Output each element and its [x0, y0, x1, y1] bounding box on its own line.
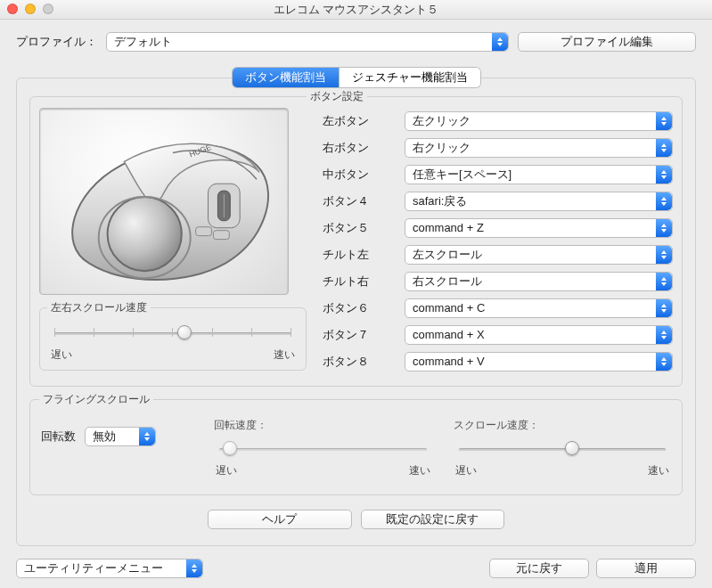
restore-defaults-button[interactable]: 既定の設定に戻す	[361, 510, 505, 529]
slider-knob[interactable]	[565, 441, 579, 455]
assign-row: ボタン５command + Z	[323, 215, 673, 241]
window-controls	[7, 4, 53, 14]
rotation-select[interactable]: 無効	[85, 427, 156, 446]
assign-select[interactable]: command + X	[405, 325, 673, 345]
assign-label: 中ボタン	[323, 167, 394, 183]
assign-value: 任意キー[スペース]	[413, 166, 511, 184]
slider-knob[interactable]	[177, 325, 192, 339]
card-footer-buttons: ヘルプ 既定の設定に戻す	[29, 510, 683, 529]
titlebar: エレコム マウスアシスタント５	[0, 0, 712, 20]
assign-row: ボタン７command + X	[323, 322, 673, 348]
assign-select[interactable]: command + V	[405, 352, 673, 372]
assign-row: 中ボタン任意キー[スペース]	[323, 161, 673, 188]
lr-scroll-slider[interactable]	[54, 324, 291, 342]
assign-label: ボタン６	[323, 300, 394, 316]
assign-select[interactable]: command + C	[405, 298, 673, 318]
assign-row: チルト左左スクロール	[323, 241, 673, 268]
main-panel: ボタン設定	[16, 78, 696, 546]
apply-button[interactable]: 適用	[596, 559, 696, 578]
tab-button-assign-label: ボタン機能割当	[245, 70, 326, 84]
assign-row: ボタン４safari:戻る	[323, 188, 673, 215]
help-label: ヘルプ	[262, 510, 297, 528]
mouse-image: HUGE	[39, 108, 289, 295]
flying-scroll-legend: フライングスクロール	[39, 392, 153, 407]
assign-select[interactable]: 右スクロール	[405, 272, 673, 291]
rotation-speed-slider[interactable]	[219, 440, 427, 458]
svg-rect-4	[213, 231, 229, 240]
updown-icon	[656, 166, 672, 184]
assign-value: 左クリック	[413, 112, 471, 130]
updown-icon	[186, 559, 202, 577]
updown-icon	[656, 299, 672, 317]
assign-label: チルト右	[323, 274, 394, 290]
tick	[251, 328, 252, 337]
updown-icon	[656, 246, 672, 264]
assign-select[interactable]: 左スクロール	[405, 245, 673, 265]
zoom-icon	[43, 4, 53, 14]
updown-icon	[656, 219, 672, 237]
assign-select[interactable]: command + Z	[405, 218, 673, 238]
assign-row: チルト右右スクロール	[323, 268, 673, 295]
rotation-value: 無効	[93, 428, 116, 445]
assign-value: command + X	[413, 326, 485, 344]
apply-label: 適用	[634, 559, 658, 577]
minimize-icon[interactable]	[25, 4, 36, 14]
svg-point-5	[108, 197, 182, 271]
lr-scroll-legend: 左右スクロール速度	[47, 300, 151, 315]
svg-rect-3	[196, 227, 212, 236]
profile-select[interactable]: デフォルト	[106, 32, 509, 52]
scroll-speed-slider[interactable]	[459, 440, 667, 458]
slider-label-fast: 速い	[648, 463, 669, 478]
assign-select[interactable]: 右クリック	[405, 138, 673, 158]
assign-label: チルト左	[323, 247, 394, 263]
updown-icon	[656, 139, 672, 157]
assign-select[interactable]: safari:戻る	[405, 192, 673, 211]
utility-menu-value: ユーティリティーメニュー	[24, 559, 163, 577]
profile-selected-value: デフォルト	[114, 33, 172, 51]
tick	[54, 328, 55, 337]
trackball-icon: HUGE	[40, 109, 288, 294]
button-settings-legend: ボタン設定	[307, 89, 367, 104]
updown-icon	[656, 326, 672, 344]
tick	[94, 328, 94, 337]
assign-label: 左ボタン	[323, 113, 394, 129]
tab-button-assign[interactable]: ボタン機能割当	[233, 68, 339, 87]
window-title: エレコム マウスアシスタント５	[274, 2, 439, 18]
scroll-speed-label: スクロール速度：	[454, 418, 672, 433]
profile-edit-label: プロファイル編集	[561, 33, 653, 51]
assign-row: 右ボタン右クリック	[323, 135, 673, 161]
rotation-label: 回転数	[41, 429, 76, 445]
tab-gesture-assign-label: ジェスチャー機能割当	[352, 70, 468, 84]
assign-select[interactable]: 左クリック	[405, 111, 673, 131]
assign-value: 右クリック	[413, 139, 471, 157]
lr-scroll-speed-group: 左右スクロール速度 遅い 速い	[39, 307, 307, 371]
profile-edit-button[interactable]: プロファイル編集	[518, 32, 696, 52]
rotation-speed-label: 回転速度：	[214, 418, 432, 433]
assign-value: 右スクロール	[413, 273, 482, 290]
rotation-speed-block: 回転速度： 遅い 速い	[214, 418, 432, 478]
slider-label-slow: 遅い	[216, 463, 237, 478]
assign-value: safari:戻る	[413, 192, 467, 210]
slider-label-slow: 遅い	[51, 347, 72, 363]
button-settings-group: ボタン設定	[29, 96, 683, 387]
slider-knob[interactable]	[223, 441, 237, 455]
tab-gesture-assign[interactable]: ジェスチャー機能割当	[339, 68, 480, 87]
assign-value: command + V	[413, 353, 485, 371]
utility-menu-select[interactable]: ユーティリティーメニュー	[16, 559, 203, 578]
updown-icon	[656, 192, 672, 210]
assignment-list: 左ボタン左クリック右ボタン右クリック中ボタン任意キー[スペース]ボタン４safa…	[323, 108, 673, 375]
profile-row: プロファイル： デフォルト プロファイル編集	[16, 32, 696, 52]
tab-bar: ボタン機能割当 ジェスチャー機能割当	[16, 68, 696, 87]
revert-button[interactable]: 元に戻す	[489, 559, 589, 578]
assign-select[interactable]: 任意キー[スペース]	[405, 165, 673, 184]
close-icon[interactable]	[7, 4, 18, 14]
assign-label: ボタン８	[323, 354, 394, 370]
help-button[interactable]: ヘルプ	[208, 510, 352, 529]
assign-label: ボタン４	[323, 193, 394, 209]
tick	[212, 328, 213, 337]
revert-label: 元に戻す	[516, 559, 562, 577]
slider-label-slow: 遅い	[455, 463, 477, 478]
assign-row: ボタン８command + V	[323, 348, 673, 375]
assign-row: ボタン６command + C	[323, 295, 673, 322]
updown-icon	[656, 273, 672, 290]
